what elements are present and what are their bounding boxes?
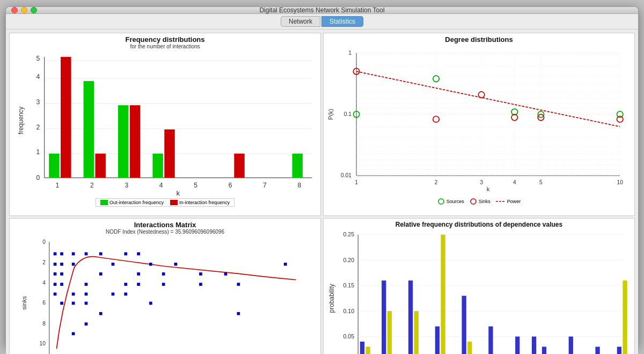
svg-line-70 [356,71,620,127]
svg-rect-20 [152,154,163,178]
svg-rect-141 [162,283,165,286]
svg-text:4: 4 [513,179,516,185]
svg-rect-135 [137,252,140,255]
svg-text:0.10: 0.10 [343,307,354,314]
svg-text:8: 8 [297,182,301,189]
svg-rect-139 [149,301,152,305]
svg-rect-129 [99,312,103,315]
svg-rect-114 [60,272,63,276]
svg-rect-122 [85,252,88,255]
relfreq-svg: probability dependence 0.00 0.05 0.10 0.… [326,228,632,355]
freq-legend-red: In-interaction frequency [170,200,230,205]
svg-text:8: 8 [42,320,46,326]
relfreq-title: Relative frequency distributions of depe… [326,221,632,228]
svg-text:5: 5 [194,182,197,189]
close-button[interactable] [11,7,18,13]
svg-rect-184 [435,326,440,354]
svg-text:2: 2 [435,179,438,185]
svg-rect-180 [382,280,386,354]
svg-rect-144 [199,272,202,276]
minimize-button[interactable] [21,7,27,13]
degree-svg: 1 0.1 0.01 P(k) 1 2 3 4 5 10 k [326,44,632,198]
svg-text:0.1: 0.1 [344,111,352,117]
svg-text:probability: probability [328,284,335,313]
svg-rect-113 [60,262,63,265]
svg-rect-118 [72,262,75,265]
svg-text:2: 2 [42,259,46,265]
tab-statistics[interactable]: Statistics [321,16,363,27]
content-area: Frequency distributions for the number o… [6,30,638,354]
svg-text:6: 6 [42,300,46,306]
svg-rect-183 [414,311,419,354]
svg-text:0.25: 0.25 [343,231,354,237]
svg-text:10: 10 [40,341,46,346]
green-legend-box [100,200,108,205]
svg-rect-149 [284,262,287,265]
svg-text:4: 4 [36,73,40,81]
svg-text:frequency: frequency [17,106,24,134]
svg-rect-115 [60,283,63,286]
freq-svg: 0 1 2 3 4 5 frequency [15,50,315,197]
svg-rect-190 [532,336,536,354]
svg-point-83 [471,199,476,204]
svg-rect-109 [54,272,57,276]
freq-legend-green: Out-interaction frequency [100,200,164,205]
svg-rect-23 [292,154,302,178]
svg-text:10: 10 [617,179,623,185]
svg-rect-143 [174,262,178,265]
svg-text:0: 0 [42,239,46,244]
matrix-title: Interactions Matrix [12,221,318,229]
degree-legend-power: Power [496,198,521,205]
svg-rect-134 [124,292,127,295]
svg-rect-123 [85,283,88,286]
svg-rect-136 [137,272,140,276]
svg-text:k: k [487,186,490,192]
svg-text:0: 0 [36,174,40,182]
svg-rect-137 [137,283,140,286]
svg-text:1: 1 [348,50,352,56]
svg-text:0.15: 0.15 [343,282,354,288]
svg-rect-119 [72,292,75,295]
svg-rect-108 [54,262,57,265]
svg-text:4: 4 [159,182,163,189]
svg-rect-182 [408,280,413,354]
svg-rect-181 [387,311,392,354]
svg-rect-185 [441,234,445,354]
maximize-button[interactable] [31,7,37,13]
svg-rect-19 [130,105,140,178]
svg-rect-127 [99,252,103,255]
svg-text:5: 5 [539,179,543,185]
svg-rect-15 [61,57,71,178]
svg-rect-186 [462,295,466,354]
svg-rect-148 [237,312,240,315]
svg-rect-121 [72,332,75,335]
svg-rect-22 [234,154,244,178]
svg-text:0.05: 0.05 [343,333,354,339]
frequency-distribution-panel: Frequency distributions for the number o… [9,33,321,216]
traffic-lights [11,7,37,13]
degree-chart-title: Degree distributions [326,35,632,44]
svg-rect-112 [60,252,63,255]
window-title: Digital Ecosystems Network Simulation To… [259,6,384,14]
svg-rect-132 [124,252,127,255]
svg-text:0.20: 0.20 [343,256,354,263]
svg-rect-16 [84,81,94,178]
svg-rect-189 [515,336,519,354]
svg-rect-191 [542,346,546,354]
red-legend-box [170,200,178,205]
svg-text:P(k): P(k) [327,109,334,120]
degree-distribution-panel: Degree distributions [323,33,635,216]
tab-network[interactable]: Network [281,16,320,27]
freq-chart-subtitle: for the number of interactions [12,44,318,49]
svg-rect-111 [54,292,57,295]
svg-rect-116 [60,301,63,305]
svg-rect-187 [467,342,472,354]
interactions-matrix-panel: Interactions Matrix NODF Index (Nestedne… [9,218,321,355]
relfreq-panel: Relative frequency distributions of depe… [323,218,635,355]
titlebar: Digital Ecosystems Network Simulation To… [6,7,638,14]
svg-text:3: 3 [125,182,128,189]
svg-rect-117 [72,252,75,255]
toolbar: Network Statistics [6,14,638,30]
svg-rect-110 [54,283,57,286]
svg-text:sinks: sinks [21,295,27,309]
